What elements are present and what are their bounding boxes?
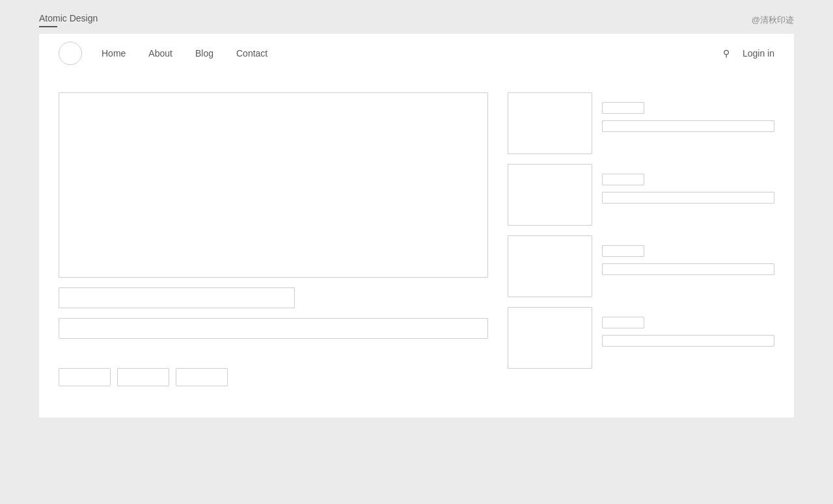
card-item-2 <box>508 164 774 226</box>
navbar: Home About Blog Contact ⚲ Login in <box>39 34 794 73</box>
right-column <box>508 92 774 386</box>
search-icon[interactable]: ⚲ <box>723 48 730 59</box>
card-title-4 <box>602 317 644 328</box>
nav-link-contact[interactable]: Contact <box>236 48 267 59</box>
button-1[interactable] <box>59 368 111 386</box>
card-thumbnail-4 <box>508 307 592 369</box>
brand-logo: Atomic Design <box>39 13 98 27</box>
card-title-2 <box>602 174 644 185</box>
nav-right: ⚲ Login in <box>723 48 774 59</box>
nav-link-home[interactable]: Home <box>102 48 126 59</box>
main-image-placeholder <box>59 92 488 278</box>
brand-underline <box>39 26 57 27</box>
card-item-1 <box>508 92 774 154</box>
card-text-1 <box>602 92 774 132</box>
button-3[interactable] <box>176 368 228 386</box>
nav-logo-circle <box>59 42 82 65</box>
card-thumbnail-1 <box>508 92 592 154</box>
login-button[interactable]: Login in <box>743 48 774 59</box>
card-text-4 <box>602 307 774 347</box>
button-group <box>59 368 488 386</box>
brand-handle: @清秋印迹 <box>752 14 794 26</box>
card-desc-3 <box>602 263 774 275</box>
card-desc-1 <box>602 120 774 132</box>
button-2[interactable] <box>117 368 169 386</box>
main-card: Home About Blog Contact ⚲ Login in <box>39 34 794 418</box>
card-thumbnail-2 <box>508 164 592 226</box>
brand-name: Atomic Design <box>39 13 98 23</box>
nav-link-blog[interactable]: Blog <box>195 48 213 59</box>
top-bar: Atomic Design @清秋印迹 <box>0 0 833 34</box>
card-desc-4 <box>602 335 774 347</box>
content-area <box>39 73 794 406</box>
card-item-3 <box>508 235 774 297</box>
spacer <box>59 349 488 355</box>
card-thumbnail-3 <box>508 235 592 297</box>
card-title-3 <box>602 245 644 257</box>
card-title-1 <box>602 102 644 114</box>
card-text-3 <box>602 235 774 275</box>
nav-link-about[interactable]: About <box>148 48 172 59</box>
card-item-4 <box>508 307 774 369</box>
text-line-short <box>59 287 295 308</box>
card-text-2 <box>602 164 774 204</box>
nav-links: Home About Blog Contact <box>102 48 723 59</box>
left-column <box>59 92 488 386</box>
card-desc-2 <box>602 192 774 204</box>
text-line-long <box>59 318 488 339</box>
